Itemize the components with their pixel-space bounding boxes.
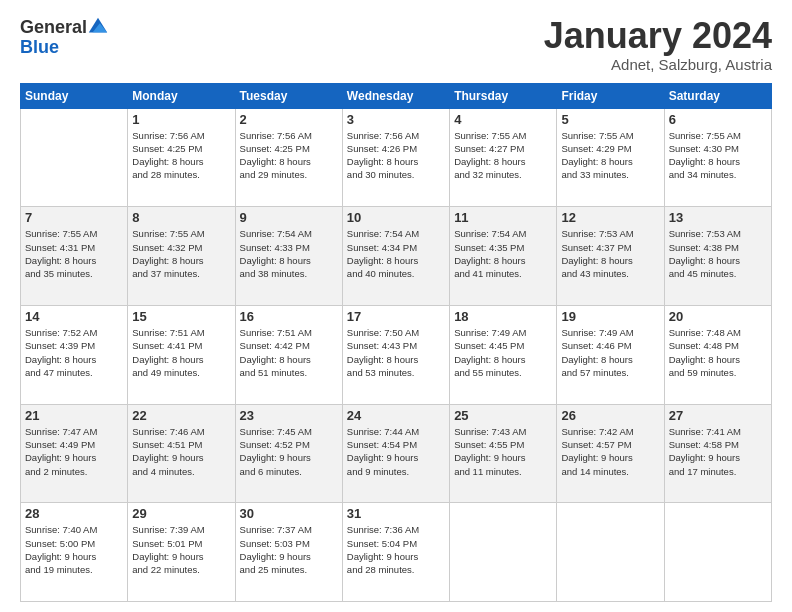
day-info: Sunrise: 7:53 AMSunset: 4:38 PMDaylight:… [669,227,767,280]
day-number: 27 [669,408,767,423]
day-number: 9 [240,210,338,225]
day-number: 14 [25,309,123,324]
table-row: 2Sunrise: 7:56 AMSunset: 4:25 PMDaylight… [235,108,342,207]
table-row: 6Sunrise: 7:55 AMSunset: 4:30 PMDaylight… [664,108,771,207]
day-number: 4 [454,112,552,127]
day-number: 30 [240,506,338,521]
day-info: Sunrise: 7:45 AMSunset: 4:52 PMDaylight:… [240,425,338,478]
day-info: Sunrise: 7:49 AMSunset: 4:46 PMDaylight:… [561,326,659,379]
day-info: Sunrise: 7:49 AMSunset: 4:45 PMDaylight:… [454,326,552,379]
day-number: 18 [454,309,552,324]
day-number: 17 [347,309,445,324]
table-row [557,503,664,602]
day-info: Sunrise: 7:53 AMSunset: 4:37 PMDaylight:… [561,227,659,280]
day-info: Sunrise: 7:37 AMSunset: 5:03 PMDaylight:… [240,523,338,576]
calendar-week-row: 1Sunrise: 7:56 AMSunset: 4:25 PMDaylight… [21,108,772,207]
day-number: 16 [240,309,338,324]
day-info: Sunrise: 7:50 AMSunset: 4:43 PMDaylight:… [347,326,445,379]
day-info: Sunrise: 7:42 AMSunset: 4:57 PMDaylight:… [561,425,659,478]
table-row: 1Sunrise: 7:56 AMSunset: 4:25 PMDaylight… [128,108,235,207]
col-thursday: Thursday [450,83,557,108]
day-number: 26 [561,408,659,423]
day-number: 23 [240,408,338,423]
day-number: 7 [25,210,123,225]
day-number: 1 [132,112,230,127]
table-row: 18Sunrise: 7:49 AMSunset: 4:45 PMDayligh… [450,305,557,404]
day-info: Sunrise: 7:56 AMSunset: 4:25 PMDaylight:… [132,129,230,182]
day-info: Sunrise: 7:47 AMSunset: 4:49 PMDaylight:… [25,425,123,478]
col-friday: Friday [557,83,664,108]
table-row: 3Sunrise: 7:56 AMSunset: 4:26 PMDaylight… [342,108,449,207]
table-row: 4Sunrise: 7:55 AMSunset: 4:27 PMDaylight… [450,108,557,207]
day-info: Sunrise: 7:55 AMSunset: 4:32 PMDaylight:… [132,227,230,280]
location: Adnet, Salzburg, Austria [544,56,772,73]
table-row: 29Sunrise: 7:39 AMSunset: 5:01 PMDayligh… [128,503,235,602]
day-info: Sunrise: 7:48 AMSunset: 4:48 PMDaylight:… [669,326,767,379]
table-row: 27Sunrise: 7:41 AMSunset: 4:58 PMDayligh… [664,404,771,503]
day-info: Sunrise: 7:56 AMSunset: 4:26 PMDaylight:… [347,129,445,182]
calendar-week-row: 7Sunrise: 7:55 AMSunset: 4:31 PMDaylight… [21,207,772,306]
col-tuesday: Tuesday [235,83,342,108]
day-number: 21 [25,408,123,423]
table-row: 11Sunrise: 7:54 AMSunset: 4:35 PMDayligh… [450,207,557,306]
day-number: 25 [454,408,552,423]
table-row: 20Sunrise: 7:48 AMSunset: 4:48 PMDayligh… [664,305,771,404]
day-info: Sunrise: 7:44 AMSunset: 4:54 PMDaylight:… [347,425,445,478]
page: General Blue January 2024 Adnet, Salzbur… [0,0,792,612]
table-row [450,503,557,602]
table-row: 25Sunrise: 7:43 AMSunset: 4:55 PMDayligh… [450,404,557,503]
logo-blue: Blue [20,38,109,56]
table-row: 28Sunrise: 7:40 AMSunset: 5:00 PMDayligh… [21,503,128,602]
col-monday: Monday [128,83,235,108]
table-row: 8Sunrise: 7:55 AMSunset: 4:32 PMDaylight… [128,207,235,306]
calendar-week-row: 14Sunrise: 7:52 AMSunset: 4:39 PMDayligh… [21,305,772,404]
day-number: 10 [347,210,445,225]
col-wednesday: Wednesday [342,83,449,108]
day-number: 29 [132,506,230,521]
day-number: 19 [561,309,659,324]
table-row: 23Sunrise: 7:45 AMSunset: 4:52 PMDayligh… [235,404,342,503]
day-info: Sunrise: 7:51 AMSunset: 4:41 PMDaylight:… [132,326,230,379]
table-row [21,108,128,207]
table-row: 26Sunrise: 7:42 AMSunset: 4:57 PMDayligh… [557,404,664,503]
table-row: 30Sunrise: 7:37 AMSunset: 5:03 PMDayligh… [235,503,342,602]
day-number: 12 [561,210,659,225]
calendar-table: Sunday Monday Tuesday Wednesday Thursday… [20,83,772,602]
table-row: 17Sunrise: 7:50 AMSunset: 4:43 PMDayligh… [342,305,449,404]
day-number: 6 [669,112,767,127]
day-info: Sunrise: 7:36 AMSunset: 5:04 PMDaylight:… [347,523,445,576]
table-row: 13Sunrise: 7:53 AMSunset: 4:38 PMDayligh… [664,207,771,306]
calendar-header-row: Sunday Monday Tuesday Wednesday Thursday… [21,83,772,108]
calendar-week-row: 28Sunrise: 7:40 AMSunset: 5:00 PMDayligh… [21,503,772,602]
day-number: 13 [669,210,767,225]
day-number: 22 [132,408,230,423]
table-row: 15Sunrise: 7:51 AMSunset: 4:41 PMDayligh… [128,305,235,404]
table-row: 12Sunrise: 7:53 AMSunset: 4:37 PMDayligh… [557,207,664,306]
day-number: 28 [25,506,123,521]
table-row [664,503,771,602]
logo-icon [87,16,109,38]
day-number: 8 [132,210,230,225]
table-row: 5Sunrise: 7:55 AMSunset: 4:29 PMDaylight… [557,108,664,207]
day-info: Sunrise: 7:54 AMSunset: 4:33 PMDaylight:… [240,227,338,280]
day-info: Sunrise: 7:56 AMSunset: 4:25 PMDaylight:… [240,129,338,182]
table-row: 16Sunrise: 7:51 AMSunset: 4:42 PMDayligh… [235,305,342,404]
table-row: 7Sunrise: 7:55 AMSunset: 4:31 PMDaylight… [21,207,128,306]
day-number: 2 [240,112,338,127]
day-number: 31 [347,506,445,521]
table-row: 24Sunrise: 7:44 AMSunset: 4:54 PMDayligh… [342,404,449,503]
col-saturday: Saturday [664,83,771,108]
month-title: January 2024 [544,16,772,56]
day-info: Sunrise: 7:41 AMSunset: 4:58 PMDaylight:… [669,425,767,478]
day-number: 3 [347,112,445,127]
day-info: Sunrise: 7:40 AMSunset: 5:00 PMDaylight:… [25,523,123,576]
day-info: Sunrise: 7:54 AMSunset: 4:34 PMDaylight:… [347,227,445,280]
day-number: 5 [561,112,659,127]
title-area: January 2024 Adnet, Salzburg, Austria [544,16,772,73]
day-info: Sunrise: 7:55 AMSunset: 4:27 PMDaylight:… [454,129,552,182]
day-info: Sunrise: 7:51 AMSunset: 4:42 PMDaylight:… [240,326,338,379]
logo-general: General [20,18,87,36]
day-info: Sunrise: 7:43 AMSunset: 4:55 PMDaylight:… [454,425,552,478]
table-row: 14Sunrise: 7:52 AMSunset: 4:39 PMDayligh… [21,305,128,404]
day-info: Sunrise: 7:39 AMSunset: 5:01 PMDaylight:… [132,523,230,576]
